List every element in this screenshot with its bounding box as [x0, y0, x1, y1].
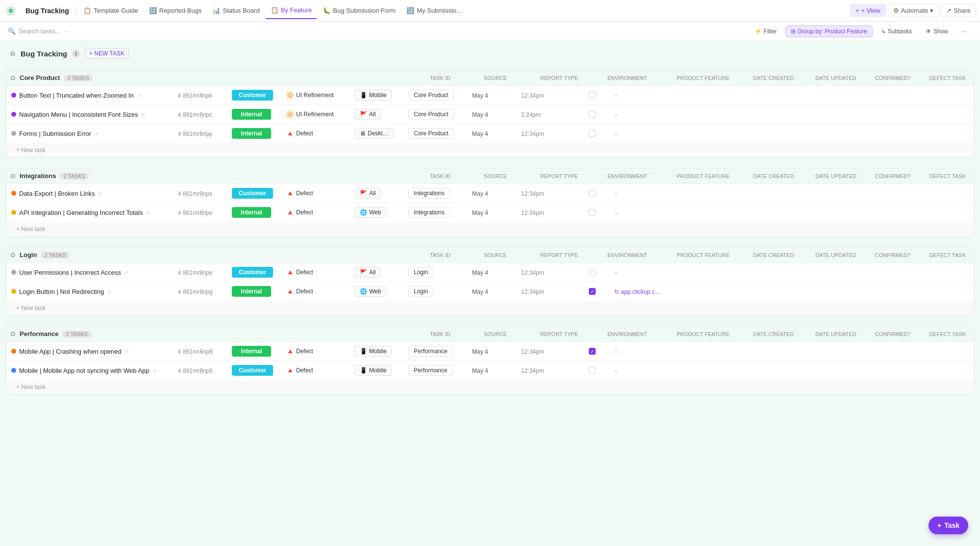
date-created: May 4 [472, 367, 488, 374]
share-icon: ↗ [946, 7, 952, 14]
task-date-updated-cell: 12:34pm [521, 209, 570, 216]
report-type-text: UI Refinement [296, 92, 334, 99]
new-task-row[interactable]: + New task [6, 222, 974, 236]
task-defect-cell: – [614, 92, 673, 99]
automate-button[interactable]: ⚙ Automate ▾ [888, 4, 939, 17]
show-button[interactable]: 👁 Show [920, 26, 954, 37]
page-info-icon[interactable]: ℹ [72, 50, 80, 57]
task-confirmed-cell [570, 190, 614, 197]
add-view-button[interactable]: + + View [850, 4, 886, 17]
confirmed-checkbox[interactable] [589, 190, 596, 197]
template-guide-icon: 📋 [83, 7, 91, 14]
task-date-created-cell: May 4 [472, 190, 521, 197]
show-icon: 👁 [926, 28, 931, 35]
table-row: Navigation Menu | Inconsistent Font Size… [6, 104, 974, 124]
defect-task-link[interactable]: ↻ app.clickup.c… [614, 288, 661, 295]
task-name[interactable]: Mobile | Mobile App not syncing with Web… [19, 367, 149, 374]
date-updated: 12:34pm [521, 209, 544, 216]
table-row: Mobile App | Crashing when opened ≡ # 86… [6, 341, 974, 361]
share-button[interactable]: ↗ Share [941, 4, 976, 17]
table-row: API Integration | Generating Incorrect T… [6, 203, 974, 222]
nav-tab-my-submissions[interactable]: 🔢 My Submissio… [402, 2, 468, 19]
group-header-core-product[interactable]: ⊙ Core Product 3 TASKS TASK ID SOURCE RE… [6, 70, 974, 85]
add-task-fab[interactable]: + Task [929, 517, 968, 534]
product-feature-text: Performance [414, 367, 448, 374]
task-status-dot [11, 131, 16, 136]
confirmed-checkbox[interactable] [589, 269, 596, 276]
task-id-cell: # 861mr8npk [178, 92, 232, 99]
environment-tag: 🚩 All [354, 188, 381, 199]
task-report-cell: 🔺 Defect [286, 347, 354, 355]
add-view-icon: + [855, 7, 859, 14]
show-label: Show [933, 28, 948, 35]
confirmed-checkbox[interactable]: ✓ [589, 348, 596, 355]
product-feature-tag: Login [408, 267, 433, 278]
defect-task-dash: – [614, 92, 618, 99]
new-task-row[interactable]: + New task [6, 380, 974, 394]
task-date-created-cell: May 4 [472, 92, 521, 99]
product-feature-tag: Performance [408, 346, 453, 357]
task-defect-cell: – [614, 348, 673, 355]
nav-tab-by-feature-label: By Feature [281, 6, 312, 14]
task-status-dot [11, 93, 16, 98]
task-source-cell: Internal [232, 207, 286, 218]
task-name[interactable]: Button Text | Truncated when Zoomed In [19, 92, 134, 99]
confirmed-checkbox[interactable] [589, 367, 596, 374]
environment-tag: 🌐 Web [354, 207, 386, 218]
task-report-cell: 🔺 Defect [286, 189, 354, 197]
source-badge: Internal [232, 128, 271, 139]
task-confirmed-cell: ✓ [570, 288, 614, 295]
task-feature-cell: Integrations [408, 207, 472, 218]
task-name[interactable]: Login Button | Not Redirecting [19, 288, 104, 295]
new-task-row[interactable]: + New task [6, 301, 974, 315]
product-feature-text: Core Product [414, 130, 449, 137]
nav-divider-1 [76, 6, 76, 16]
source-badge: Customer [232, 365, 273, 376]
date-updated: 12:34pm [521, 190, 544, 197]
report-type-text: Defect [296, 348, 313, 355]
new-task-row[interactable]: + New task [6, 143, 974, 157]
nav-tab-by-feature[interactable]: 📋 By Feature [266, 2, 317, 19]
product-feature-tag: Core Product [408, 128, 454, 139]
product-feature-tag: Core Product [408, 109, 454, 120]
env-text: Deskt… [368, 130, 389, 137]
group-header-login[interactable]: ⊙ Login 2 TASKS TASK ID SOURCE REPORT TY… [6, 247, 974, 262]
group-section-integrations: ⊙ Integrations 2 TASKS TASK ID SOURCE RE… [6, 168, 974, 237]
group-chevron-performance: ⊙ [10, 330, 16, 338]
task-name[interactable]: Mobile App | Crashing when opened [19, 348, 122, 355]
task-id: # 861mr8npk [178, 92, 212, 99]
nav-tab-bug-submission[interactable]: 🐛 Bug Submission Form [318, 2, 401, 19]
task-confirmed-cell [570, 367, 614, 374]
task-name[interactable]: User Permissions | Incorrect Access [19, 269, 121, 276]
env-text: Web [369, 209, 381, 216]
confirmed-checkbox[interactable]: ✓ [589, 288, 596, 295]
page-header: ⊖ Bug Tracking ℹ + NEW TASK [0, 41, 980, 66]
task-status-dot [11, 349, 16, 354]
task-name[interactable]: API Integration | Generating Incorrect T… [19, 209, 143, 216]
search-box[interactable]: 🔍 Search tasks... ··· [8, 27, 69, 35]
task-name[interactable]: Forms | Submission Error [19, 130, 91, 137]
confirmed-checkbox[interactable] [589, 130, 596, 137]
nav-tab-reported-bugs[interactable]: 🔢 Reported Bugs [144, 2, 207, 19]
confirmed-checkbox[interactable] [589, 92, 596, 99]
col-report-header: REPORT TYPE [540, 173, 578, 179]
nav-tab-status-board[interactable]: 📊 Status Board [207, 2, 264, 19]
more-options-button[interactable]: ··· [956, 26, 972, 37]
subtasks-button[interactable]: ↳ Subtasks [876, 26, 917, 37]
col-date-created-header: DATE CREATED [753, 75, 794, 81]
group-header-performance[interactable]: ⊙ Performance 2 TASKS TASK ID SOURCE REP… [6, 326, 974, 341]
task-name[interactable]: Navigation Menu | Inconsistent Font Size… [19, 111, 138, 118]
group-header-integrations[interactable]: ⊙ Integrations 2 TASKS TASK ID SOURCE RE… [6, 168, 974, 183]
page-collapse-button[interactable]: ⊖ [10, 50, 16, 57]
nav-tab-template-guide[interactable]: 📋 Template Guide [78, 2, 143, 19]
filter-button[interactable]: ⚡ Filter [749, 26, 782, 37]
group-by-button[interactable]: ⊞ Group by: Product Feature [785, 26, 873, 37]
task-name[interactable]: Data Export | Broken Links [19, 190, 95, 197]
new-task-button[interactable]: + NEW TASK [85, 48, 129, 59]
confirmed-checkbox[interactable] [589, 209, 596, 216]
group-title-login: Login [20, 251, 37, 259]
confirmed-checkbox[interactable] [589, 111, 596, 118]
col-feature-header: PRODUCT FEATURE [677, 75, 729, 81]
task-date-updated-cell: 2:24pm [521, 111, 570, 118]
report-type-icon: 🔆 [286, 91, 294, 99]
